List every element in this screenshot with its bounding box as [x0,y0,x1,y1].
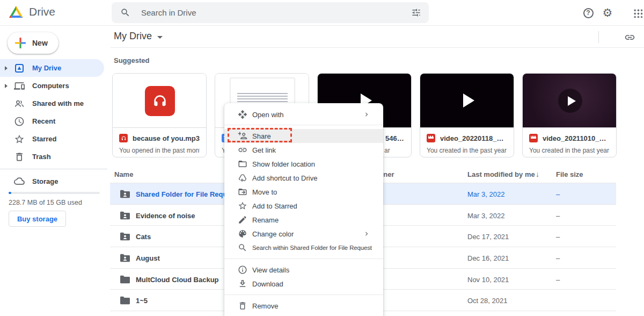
star-icon [14,134,25,145]
card-title: video_20211010_07582... [543,134,610,142]
suggested-section-label: Suggested [114,56,149,64]
file-name: 1~5 [136,297,148,305]
trash-icon [14,152,25,162]
sidebar-item-my-drive[interactable]: My Drive [0,59,104,77]
shared-folder-icon [119,253,131,263]
sidebar-item-computers[interactable]: Computers [0,77,111,95]
menu-item-change-color[interactable]: Change color [224,227,383,241]
multicolor-plus-icon [14,37,26,49]
menu-item-view-details[interactable]: View details [224,263,383,277]
app-title: Drive [29,5,55,18]
video-thumbnail [523,74,616,128]
last-modified: Mar 3, 2022 [467,212,504,220]
breadcrumb-my-drive[interactable]: My Drive [114,31,163,42]
sidebar-divider [0,169,107,169]
column-header-file-size[interactable]: File size [556,170,583,178]
play-icon [558,89,582,113]
sidebar-item-label: Computers [32,82,69,90]
folder-icon [119,296,131,305]
menu-item-show-folder-location[interactable]: Show folder location [224,157,383,171]
menu-item-rename[interactable]: Rename [224,213,383,227]
open-with-icon [238,110,247,119]
people-icon [14,98,25,109]
context-menu: Open with Share Get link Show folder loc… [224,103,383,316]
sidebar-item-trash[interactable]: Trash [0,148,111,166]
sidebar: New My Drive Computers [0,26,111,316]
sidebar-item-recent[interactable]: Recent [0,112,111,130]
expand-arrow-icon[interactable] [5,84,8,88]
file-size: – [556,212,560,220]
sidebar-item-label: Starred [32,135,57,143]
last-modified: Dec 17, 2021 [467,233,509,241]
menu-item-add-shortcut-to-drive[interactable]: Add shortcut to Drive [224,171,383,185]
search-icon[interactable] [120,8,130,18]
file-name: Evidence of noise [136,212,195,220]
file-size: – [556,190,560,198]
clock-icon [14,116,25,127]
trash-icon [238,301,247,311]
person-add-icon [238,131,247,141]
top-app-bar: Drive ? ⚙ [0,0,644,26]
suggested-card-video-2[interactable]: video_20220118_07000... You created in t… [420,73,514,157]
devices-icon [14,81,25,91]
sidebar-item-shared-with-me[interactable]: Shared with me [0,95,111,112]
info-icon [238,265,247,275]
column-header-name[interactable]: Name [114,170,133,178]
settings-gear-icon[interactable]: ⚙ [601,6,614,20]
menu-item-remove[interactable]: Remove [224,299,383,313]
my-drive-icon [14,63,25,74]
menu-item-add-to-starred[interactable]: Add to Starred [224,199,383,213]
card-title: 5465... [385,134,405,142]
last-modified: Oct 28, 2021 [467,297,507,305]
menu-item-search-within-folder[interactable]: Search within Shared Folder for File Req… [224,241,383,255]
menu-item-move-to[interactable]: Move to [224,185,383,199]
shared-folder-icon [119,189,131,199]
help-icon[interactable]: ? [581,6,595,20]
column-header-last-modified[interactable]: Last modified by me [467,170,535,178]
card-subtitle: You created in the past year [529,147,610,154]
menu-item-download[interactable]: Download [224,277,383,291]
expand-arrow-icon[interactable] [5,66,8,70]
play-icon [463,94,474,107]
search-options-icon[interactable] [411,8,421,18]
folder-icon [119,275,131,284]
add-shortcut-icon [238,173,247,183]
last-modified: Nov 10, 2021 [467,276,509,284]
shared-folder-icon [119,232,131,241]
file-size: – [556,276,560,284]
audio-thumbnail [113,74,206,128]
sidebar-item-storage[interactable]: Storage [0,173,104,189]
card-subtitle: You created in the past year [427,147,507,154]
move-to-icon [238,187,247,197]
search-icon [238,243,247,253]
search-bar[interactable] [112,2,429,23]
menu-item-open-with[interactable]: Open with [224,107,383,121]
sidebar-item-starred[interactable]: Starred [0,130,111,148]
menu-item-get-link[interactable]: Get link [224,143,383,157]
breadcrumb-title: My Drive [114,31,152,42]
buy-storage-button[interactable]: Buy storage [9,211,66,227]
menu-item-share[interactable]: Share [224,129,383,143]
link-icon [238,145,247,155]
search-input[interactable] [141,8,411,17]
chevron-down-icon [157,36,163,39]
suggested-card-video-3[interactable]: video_20211010_07582... You created in t… [522,73,617,157]
storage-progress-bar [9,192,100,194]
card-title: video_20220118_07000... [440,134,507,142]
submenu-chevron-icon [363,111,370,118]
last-modified: Mar 3, 2022 [467,190,504,198]
google-apps-grid-icon[interactable] [631,6,644,20]
card-title: because of you.mp3 [133,134,200,142]
get-link-icon[interactable] [623,30,636,44]
download-icon [238,279,247,289]
sort-descending-icon[interactable]: ↓ [536,170,539,178]
pencil-icon [238,215,247,225]
sidebar-item-label: Recent [32,117,55,125]
suggested-card-audio[interactable]: because of you.mp3 You opened in the pas… [112,73,207,157]
file-name: MultCloud Cloud Backup [136,276,219,284]
sidebar-item-label: Storage [32,177,58,185]
star-icon [238,201,247,211]
submenu-chevron-icon [363,230,370,238]
drive-logo[interactable]: Drive [9,5,55,18]
new-button[interactable]: New [8,32,58,54]
